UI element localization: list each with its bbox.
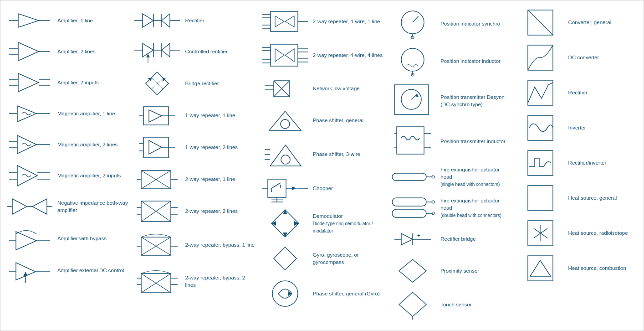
svg-rect-167 xyxy=(392,209,426,217)
item-fireexthead1: Fire extinguisher actuator head (single … xyxy=(386,161,513,192)
item-gyro: Gyro, gyroscope, or gyrocompass xyxy=(258,242,386,275)
item-amp2lines: Amplifier, 2 lines xyxy=(3,36,130,67)
label-amp2lines: Amplifier, 2 lines xyxy=(55,48,128,55)
item-dcconverter: DC converter xyxy=(514,40,641,75)
item-posinductor: Position indicator inductor xyxy=(386,42,513,80)
column-2: Rectifier Controlled rectifier xyxy=(130,5,258,322)
item-oneway1line: 1-way repeater, 1 line xyxy=(130,100,258,131)
svg-marker-108 xyxy=(285,49,294,62)
svg-line-182 xyxy=(528,10,553,35)
symbol-amp1line xyxy=(5,11,55,30)
symbol-posinductor xyxy=(388,45,438,77)
symbol-twoway1line xyxy=(132,167,182,192)
svg-marker-134 xyxy=(292,186,296,190)
item-heatcombust: Heat source, combustion xyxy=(514,251,641,286)
label-twoway4w1l: 2-way repeater, 4-wire, 1 line xyxy=(310,18,384,25)
label-gyro: Gyro, gyroscope, or gyrocompass xyxy=(310,251,384,266)
symbol-oneway1line xyxy=(132,103,182,128)
item-amp2inputs: Amplifier, 2 inputs xyxy=(3,67,130,98)
symbol-heatsourcegen xyxy=(516,183,566,213)
item-bridgerect: Bridge rectifier xyxy=(130,67,258,100)
item-twowaybp1: 2-way repeater, bypass, 1 line xyxy=(130,228,258,263)
symbol-fireexthead1 xyxy=(388,168,438,186)
label-heatcombust: Heat source, combustion xyxy=(566,264,639,272)
svg-line-55 xyxy=(152,83,157,89)
label-amp2inputs: Amplifier, 2 inputs xyxy=(55,79,128,86)
svg-point-145 xyxy=(272,281,298,306)
label-phasegengyr: Phase shifter, general (Gyro) xyxy=(310,290,384,297)
label-magamp1line: Magnetic amplifier, 1 line xyxy=(55,110,128,117)
symbol-dcconverter xyxy=(516,43,566,72)
svg-marker-143 xyxy=(271,221,276,226)
column-3: 2-way repeater, 4-wire, 1 line xyxy=(258,5,386,322)
svg-marker-173 xyxy=(401,233,413,245)
symbol-contrectifier xyxy=(132,40,182,63)
item-demod: Demodulator Diode-type ring demodulator … xyxy=(258,205,386,242)
symbol-oneway2lines xyxy=(132,134,182,161)
symbol-negimpedance xyxy=(5,194,55,219)
label-ampextdc: Amplifier external DC control xyxy=(55,267,128,274)
label-rectifier2: Rectifier xyxy=(566,89,639,96)
svg-marker-178 xyxy=(399,259,426,282)
svg-line-148 xyxy=(413,16,419,22)
item-twoway2lines: 2-way repeater, 2 lines xyxy=(130,195,258,228)
item-rectifier2: Rectifier xyxy=(514,75,641,110)
symbol-netlowvolt xyxy=(260,76,310,101)
svg-marker-67 xyxy=(149,140,162,154)
svg-rect-185 xyxy=(528,115,553,140)
item-phase3wire: Phase shifter, 3-wire xyxy=(258,137,386,172)
item-proxsensor: Proximity sensor xyxy=(386,254,513,287)
item-inverter: Inverter xyxy=(514,110,641,145)
label-chopper: Chopper xyxy=(310,185,384,192)
item-twoway1line: 2-way repeater, 1 line xyxy=(130,164,258,195)
svg-marker-25 xyxy=(12,199,27,214)
svg-line-56 xyxy=(157,83,163,89)
label-magamp2inputs: Magnetic amplifier, 2 inputs xyxy=(55,172,128,179)
symbol-fireexthead2 xyxy=(388,196,438,221)
symbol-rectifier xyxy=(132,11,182,30)
symbol-phasegengyr xyxy=(260,278,310,310)
item-convertergen: Converter, general xyxy=(514,5,641,40)
label-oneway1line: 1-way repeater, 1 line xyxy=(182,112,256,119)
svg-rect-166 xyxy=(392,198,426,206)
svg-line-53 xyxy=(152,78,157,83)
item-rectinverter: Rectifier/inverter xyxy=(514,145,641,181)
item-ampbypass: Amplifier with bypass xyxy=(3,222,130,255)
item-twoway4w4l: 2-way repeater, 4-wire, 4 lines xyxy=(258,38,386,73)
symbol-twowaybp1 xyxy=(132,230,182,260)
svg-marker-99 xyxy=(275,16,284,27)
symbol-twowaybp2 xyxy=(132,265,182,297)
svg-marker-35 xyxy=(23,272,28,276)
label-heatradio: Heat source, radioisotope xyxy=(566,229,639,237)
svg-text:+: + xyxy=(417,233,420,239)
label-bridgerect: Bridge rectifier xyxy=(182,80,256,87)
svg-marker-37 xyxy=(143,14,153,27)
symbol-bridgerect xyxy=(132,70,182,97)
item-possynchro: Position indicator synchro xyxy=(386,5,513,42)
svg-rect-187 xyxy=(528,186,553,211)
column-5: Converter, general DC converter Rect xyxy=(514,5,641,322)
svg-marker-126 xyxy=(270,145,301,166)
symbol-chopper xyxy=(260,175,310,202)
svg-marker-21 xyxy=(17,166,37,186)
label-fireexthead2: Fire extinguisher actuator head (double … xyxy=(438,197,511,219)
label-rectifier: Rectifier xyxy=(182,17,256,24)
symbol-ampextdc xyxy=(5,258,55,283)
svg-line-156 xyxy=(411,94,417,99)
svg-marker-193 xyxy=(530,260,551,276)
label-inverter: Inverter xyxy=(566,124,639,131)
item-magamp1line: Magnetic amplifier, 1 line xyxy=(3,98,130,129)
svg-marker-141 xyxy=(294,221,299,226)
svg-marker-40 xyxy=(162,14,170,27)
label-twowaybp1: 2-way repeater, bypass, 1 line xyxy=(182,241,256,248)
svg-marker-121 xyxy=(269,111,301,130)
svg-marker-100 xyxy=(285,16,294,27)
symbol-proxsensor xyxy=(388,257,438,284)
symbol-amp2lines xyxy=(5,40,55,63)
item-touchsensor: Touch sensor xyxy=(386,287,513,322)
label-netlowvolt: Network low voltage xyxy=(310,85,384,92)
svg-marker-47 xyxy=(162,43,170,57)
svg-marker-61 xyxy=(149,110,162,122)
symbol-convertergen xyxy=(516,8,566,37)
item-contrectifier: Controlled rectifier xyxy=(130,36,258,67)
